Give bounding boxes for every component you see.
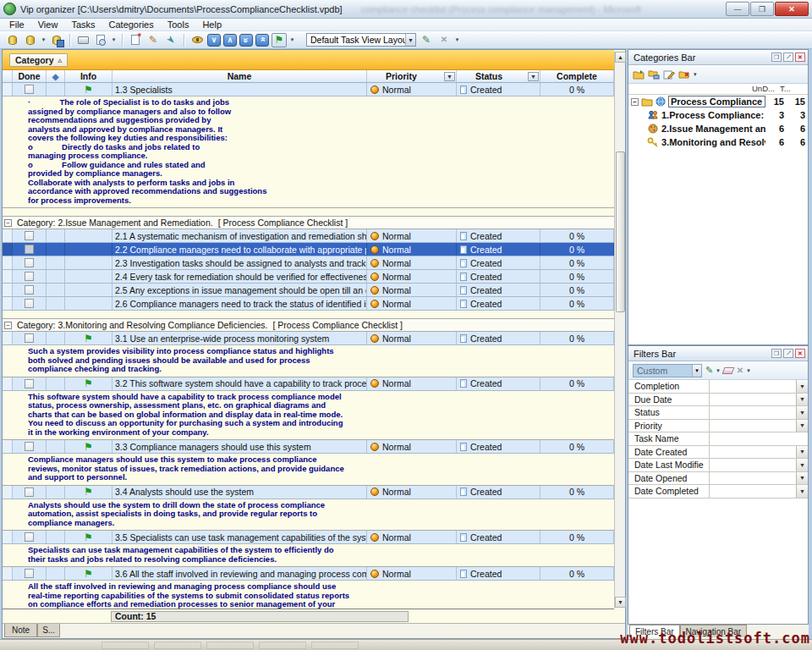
group-header-3[interactable]: − Category: 3.Monitoring and Resolving C… <box>3 319 614 332</box>
done-checkbox[interactable] <box>25 85 34 94</box>
filter-dropdown-button[interactable]: ▼ <box>796 406 808 419</box>
layout-caret[interactable]: ▾ <box>454 36 460 43</box>
filter-value[interactable] <box>710 420 796 432</box>
menu-help[interactable]: Help <box>196 19 228 30</box>
flag-caret[interactable]: ▾ <box>289 36 295 43</box>
filter-value[interactable] <box>710 459 796 471</box>
edit-layout-button[interactable]: ✎ <box>419 33 434 47</box>
vertical-scrollbar[interactable]: ▲ ▼ <box>614 52 625 608</box>
minimize-button[interactable]: — <box>726 2 749 16</box>
hide-completed-button[interactable] <box>189 33 205 47</box>
status-filter-button[interactable]: ▼ <box>528 72 539 81</box>
panel-restore-button[interactable]: ❐ <box>771 52 782 62</box>
done-checkbox[interactable] <box>25 379 34 388</box>
done-checkbox[interactable] <box>25 488 34 497</box>
filter-dropdown-button[interactable]: ▼ <box>796 380 808 393</box>
edit-category-icon[interactable] <box>663 69 675 80</box>
move-top-button[interactable]: » <box>255 34 269 47</box>
move-bottom-button[interactable]: » <box>239 34 253 47</box>
priority-column-header-icon[interactable]: ◆ <box>47 70 65 82</box>
new-task-button[interactable] <box>128 33 143 47</box>
maximize-button[interactable]: ❐ <box>750 2 774 16</box>
done-checkbox[interactable] <box>25 442 34 451</box>
layout-combo-dropdown[interactable]: ▼ <box>405 34 415 46</box>
categories-toolbar-caret[interactable]: ▾ <box>694 71 697 78</box>
tab-s[interactable]: S... <box>37 624 60 637</box>
task-row[interactable]: ⚑ 3.1 Use an enterprise-wide process mon… <box>3 332 614 345</box>
task-row[interactable]: ⚑ 1.3 Specialists Normal Created 0 % <box>3 83 614 96</box>
menu-view[interactable]: View <box>32 19 64 30</box>
panel-restore-button[interactable]: ❐ <box>771 349 782 358</box>
apply-filter-icon[interactable]: ✎ <box>705 366 713 375</box>
task-row[interactable]: 2.5 Any exceptions in issue management s… <box>3 284 614 297</box>
priority-column-header[interactable]: Priority▼ <box>367 70 457 82</box>
new-category-icon[interactable] <box>633 69 645 80</box>
toggle-flag-button[interactable]: ⚑ <box>272 33 287 47</box>
open-database-button[interactable] <box>23 33 38 47</box>
collapse-icon[interactable]: − <box>4 322 12 329</box>
task-row[interactable]: ⚑ 3.2 This software system should have a… <box>3 377 614 391</box>
filter-value[interactable] <box>710 446 796 459</box>
category-tree-item[interactable]: 2.Issue Management and Re 6 6 <box>628 122 808 135</box>
task-row[interactable]: 2.4 Every task for remediation should be… <box>3 270 614 284</box>
task-view-layout-combo[interactable]: Default Task View Layout ▼ <box>306 33 416 47</box>
filter-preset-combo[interactable]: Custom ▼ <box>633 364 702 377</box>
delete-category-icon[interactable] <box>678 69 690 80</box>
undone-column-header[interactable]: UnD... <box>752 84 780 94</box>
done-checkbox[interactable] <box>25 272 34 281</box>
filter-preset-dropdown[interactable]: ▼ <box>692 365 701 377</box>
save-database-button[interactable] <box>49 33 64 47</box>
delete-layout-button[interactable]: ✕ <box>436 33 452 47</box>
done-checkbox[interactable] <box>25 258 34 267</box>
menu-tools[interactable]: Tools <box>162 19 195 30</box>
category-tree-item[interactable]: 1.Process Compliance: Key 3 3 <box>628 108 808 122</box>
delete-filter-icon[interactable]: ✕ <box>737 366 743 375</box>
tab-note[interactable]: Note <box>4 624 37 637</box>
total-column-header[interactable]: T... <box>780 84 808 94</box>
menu-tasks[interactable]: Tasks <box>65 19 101 30</box>
panel-close-button[interactable]: ✕ <box>795 349 805 358</box>
group-by-category-button[interactable]: Category ▵ <box>9 53 68 67</box>
filter-dropdown-button[interactable]: ▼ <box>796 485 808 498</box>
group-header-2[interactable]: − Category: 2.Issue Management and Remed… <box>3 217 614 229</box>
done-checkbox[interactable] <box>25 299 34 308</box>
task-row[interactable]: 2.1 A systematic mechanism of investigat… <box>3 229 614 243</box>
category-tree-item[interactable]: 3.Monitoring and Resolving 6 6 <box>628 135 808 149</box>
filter-dropdown-button[interactable]: ▼ <box>796 394 808 406</box>
status-column-header[interactable]: Status▼ <box>457 70 540 82</box>
done-checkbox[interactable] <box>25 231 34 240</box>
filter-value[interactable] <box>710 406 796 419</box>
filters-toolbar-caret[interactable]: ▾ <box>747 367 750 374</box>
filter-value[interactable] <box>710 485 796 498</box>
collapse-icon[interactable]: − <box>4 219 12 227</box>
done-checkbox[interactable] <box>25 333 34 343</box>
complete-column-header[interactable]: Complete <box>540 70 614 82</box>
new-database-button[interactable] <box>5 33 20 47</box>
open-database-caret[interactable]: ▾ <box>41 36 47 43</box>
task-row[interactable]: ⚑ 3.6 All the staff involved in reviewin… <box>3 567 614 581</box>
task-row-selected[interactable]: 2.2 Compliance managers need to collabor… <box>3 243 614 256</box>
print-preview-caret[interactable]: ▾ <box>111 36 117 43</box>
menu-categories[interactable]: Categories <box>103 19 160 30</box>
panel-pin-button[interactable]: ⊺ <box>783 52 793 62</box>
scrollbar-thumb[interactable] <box>616 151 625 312</box>
filter-value[interactable] <box>710 432 808 445</box>
filter-value[interactable] <box>710 394 796 406</box>
priority-filter-button[interactable]: ▼ <box>444 72 455 81</box>
clear-filter-icon[interactable] <box>721 367 734 374</box>
done-checkbox[interactable] <box>25 285 34 295</box>
filter-dropdown-button[interactable]: ▼ <box>796 472 808 485</box>
done-checkbox[interactable] <box>25 569 34 578</box>
done-checkbox[interactable] <box>25 532 34 542</box>
tree-collapse-icon[interactable]: − <box>631 98 639 106</box>
task-row[interactable]: ⚑ 3.5 Specialists can use task managemen… <box>3 531 614 544</box>
paste-task-button[interactable]: ➣ <box>163 33 178 47</box>
new-subcategory-icon[interactable] <box>648 69 660 80</box>
name-column-header[interactable]: Name <box>112 70 367 82</box>
task-row[interactable]: ⚑ 3.4 Analysts should use the system Nor… <box>3 486 614 499</box>
edit-task-button[interactable]: ✎ <box>145 33 161 47</box>
close-button[interactable]: ✕ <box>775 2 809 16</box>
task-row[interactable]: 2.6 Compliance managers need to track th… <box>3 297 614 311</box>
info-column-header[interactable]: Info <box>65 70 112 82</box>
print-preview-button[interactable] <box>93 33 108 47</box>
